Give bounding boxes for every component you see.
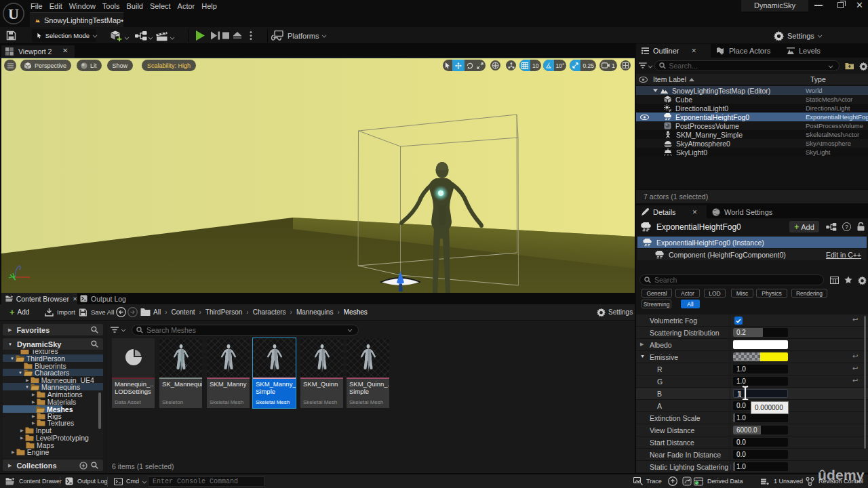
svg-text:U: U	[8, 5, 19, 22]
